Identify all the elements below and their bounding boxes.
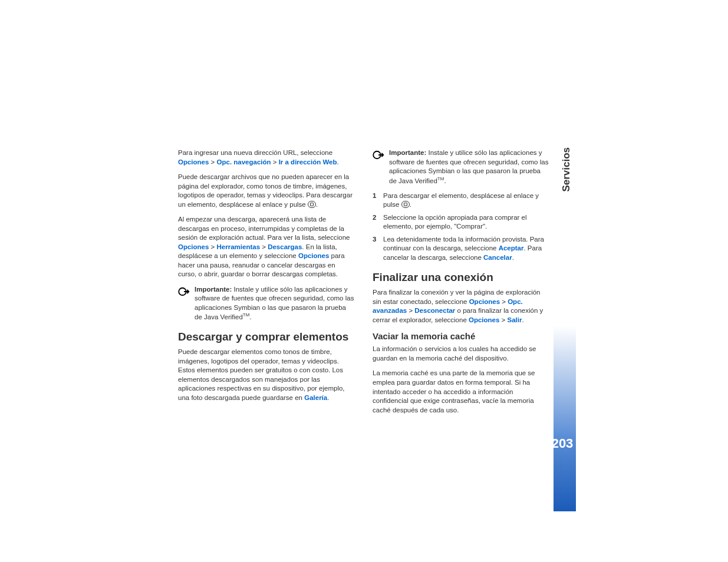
paragraph: Puede descargar archivos que no pueden a…	[178, 173, 355, 209]
paragraph: Al empezar una descarga, aparecerá una l…	[178, 215, 355, 279]
heading-finalizar: Finalizar una conexión	[373, 270, 549, 285]
column-left: Para ingresar una nueva dirección URL, s…	[178, 148, 355, 421]
paragraph: Para finalizar la conexión y ver la pági…	[373, 288, 549, 325]
important-icon	[178, 286, 190, 297]
important-note: Importante: Instale y utilice sólo las a…	[373, 148, 549, 186]
link-salir: Salir	[508, 316, 522, 323]
link-aceptar: Aceptar	[499, 244, 524, 252]
link-opciones: Opciones	[178, 158, 209, 166]
important-note: Importante: Instale y utilice sólo las a…	[178, 285, 355, 322]
list-item: Seleccione la opción apropiada para comp…	[373, 213, 549, 232]
section-label: Servicios	[561, 147, 572, 192]
list-item: Lea detenidamente toda la información pr…	[373, 235, 549, 263]
link-ir-direccion: Ir a dirección Web	[279, 158, 337, 166]
link-opciones: Opciones	[178, 243, 209, 250]
heading-descargar: Descargar y comprar elementos	[178, 329, 355, 345]
scroll-key-icon	[308, 201, 316, 208]
link-opciones: Opciones	[469, 316, 499, 323]
link-herramientas: Herramientas	[217, 243, 261, 250]
link-descargas: Descargas	[268, 243, 302, 250]
link-desconectar: Desconectar	[414, 307, 455, 314]
paragraph: Puede descargar elementos como tonos de …	[178, 348, 355, 402]
column-right: Importante: Instale y utilice sólo las a…	[373, 148, 549, 421]
link-cancelar: Cancelar	[483, 254, 512, 261]
page-number: 203	[551, 436, 574, 451]
link-opc-navegacion: Opc. navegación	[217, 158, 271, 166]
heading-vaciar: Vaciar la memoria caché	[373, 330, 549, 342]
link-galeria: Galería	[304, 394, 327, 401]
paragraph: Para ingresar una nueva dirección URL, s…	[178, 148, 355, 167]
page-content: Para ingresar una nueva dirección URL, s…	[178, 148, 555, 421]
important-icon	[373, 150, 384, 160]
link-opciones: Opciones	[298, 252, 329, 259]
scroll-key-icon	[401, 201, 410, 208]
link-opciones: Opciones	[469, 298, 500, 305]
paragraph: La información o servicios a los cuales …	[373, 345, 549, 363]
numbered-list: Para descargar el elemento, desplácese a…	[373, 191, 549, 263]
list-item: Para descargar el elemento, desplácese a…	[373, 191, 549, 210]
paragraph: La memoria caché es una parte de la memo…	[373, 369, 549, 415]
